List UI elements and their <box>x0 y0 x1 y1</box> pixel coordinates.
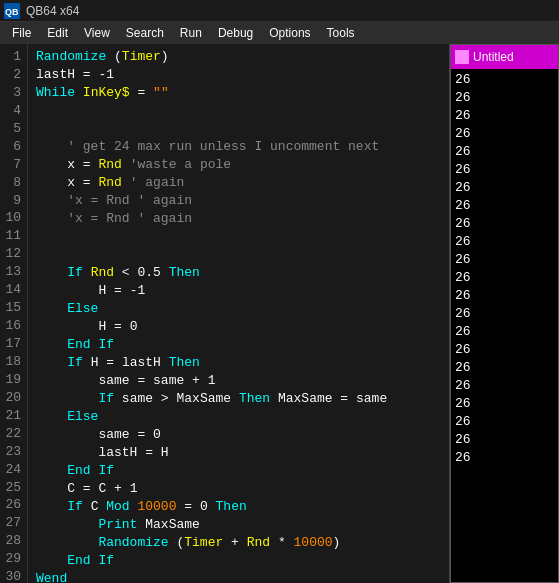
app-icon: QB <box>4 3 20 19</box>
menu-search[interactable]: Search <box>118 24 172 42</box>
code-line: While InKey$ = "" <box>36 84 441 102</box>
code-line: Randomize (Timer) <box>36 48 441 66</box>
code-line <box>36 228 441 246</box>
output-line: 26 <box>455 89 554 107</box>
output-line: 26 <box>455 125 554 143</box>
menu-debug[interactable]: Debug <box>210 24 261 42</box>
code-line: x = Rnd ' again <box>36 174 441 192</box>
output-line: 26 <box>455 179 554 197</box>
code-line: End If <box>36 552 441 570</box>
code-line <box>36 120 441 138</box>
code-line: 'x = Rnd ' again <box>36 192 441 210</box>
title-bar: QB QB64 x64 <box>0 0 559 22</box>
code-line: If C Mod 10000 = 0 Then <box>36 498 441 516</box>
output-line: 26 <box>455 71 554 89</box>
menu-file[interactable]: File <box>4 24 39 42</box>
code-editor[interactable]: Randomize (Timer) lastH = -1 While InKey… <box>28 44 449 583</box>
code-line: Print MaxSame <box>36 516 441 534</box>
untitled-title-bar[interactable]: Untitled <box>451 45 558 69</box>
output-line: 26 <box>455 215 554 233</box>
output-line: 26 <box>455 323 554 341</box>
output-line: 26 <box>455 143 554 161</box>
untitled-window-title: Untitled <box>473 50 514 64</box>
code-line <box>36 246 441 264</box>
output-line: 26 <box>455 359 554 377</box>
menu-options[interactable]: Options <box>261 24 318 42</box>
code-line: H = 0 <box>36 318 441 336</box>
code-line: same = 0 <box>36 426 441 444</box>
code-line: lastH = H <box>36 444 441 462</box>
untitled-output: 26 26 26 26 26 26 26 26 26 26 26 26 26 2… <box>451 69 558 582</box>
code-line: If H = lastH Then <box>36 354 441 372</box>
output-line: 26 <box>455 233 554 251</box>
output-line: 26 <box>455 395 554 413</box>
code-area[interactable]: 123 456 789 101112 131415 161718 192021 … <box>0 44 449 583</box>
output-line: 26 <box>455 413 554 431</box>
output-line: 26 <box>455 449 554 467</box>
menu-view[interactable]: View <box>76 24 118 42</box>
code-line: Else <box>36 408 441 426</box>
code-line <box>36 102 441 120</box>
output-line: 26 <box>455 161 554 179</box>
output-line: 26 <box>455 305 554 323</box>
code-line: End If <box>36 462 441 480</box>
title-bar-text: QB64 x64 <box>26 4 79 18</box>
code-line: Else <box>36 300 441 318</box>
output-line: 26 <box>455 107 554 125</box>
right-panel: Untitled 26 26 26 26 26 26 26 26 26 26 2… <box>449 44 559 583</box>
code-content: 123 456 789 101112 131415 161718 192021 … <box>0 44 449 583</box>
output-line: 26 <box>455 269 554 287</box>
code-line: Randomize (Timer + Rnd * 10000) <box>36 534 441 552</box>
code-line: H = -1 <box>36 282 441 300</box>
code-line: same = same + 1 <box>36 372 441 390</box>
code-line: C = C + 1 <box>36 480 441 498</box>
code-line: Wend <box>36 570 441 583</box>
menu-edit[interactable]: Edit <box>39 24 76 42</box>
output-line: 26 <box>455 341 554 359</box>
code-line: End If <box>36 336 441 354</box>
menu-tools[interactable]: Tools <box>319 24 363 42</box>
line-numbers: 123 456 789 101112 131415 161718 192021 … <box>0 44 28 583</box>
menu-run[interactable]: Run <box>172 24 210 42</box>
code-line: x = Rnd 'waste a pole <box>36 156 441 174</box>
untitled-window-icon <box>455 50 469 64</box>
svg-text:QB: QB <box>5 7 19 17</box>
output-line: 26 <box>455 197 554 215</box>
code-line: lastH = -1 <box>36 66 441 84</box>
untitled-window: Untitled 26 26 26 26 26 26 26 26 26 26 2… <box>450 44 559 583</box>
output-line: 26 <box>455 377 554 395</box>
menu-bar: File Edit View Search Run Debug Options … <box>0 22 559 44</box>
output-line: 26 <box>455 287 554 305</box>
code-line: ' get 24 max run unless I uncomment next <box>36 138 441 156</box>
output-line: 26 <box>455 431 554 449</box>
code-line: 'x = Rnd ' again <box>36 210 441 228</box>
code-line: If Rnd < 0.5 Then <box>36 264 441 282</box>
output-line: 26 <box>455 251 554 269</box>
main-area: 123 456 789 101112 131415 161718 192021 … <box>0 44 559 583</box>
code-line: If same > MaxSame Then MaxSame = same <box>36 390 441 408</box>
